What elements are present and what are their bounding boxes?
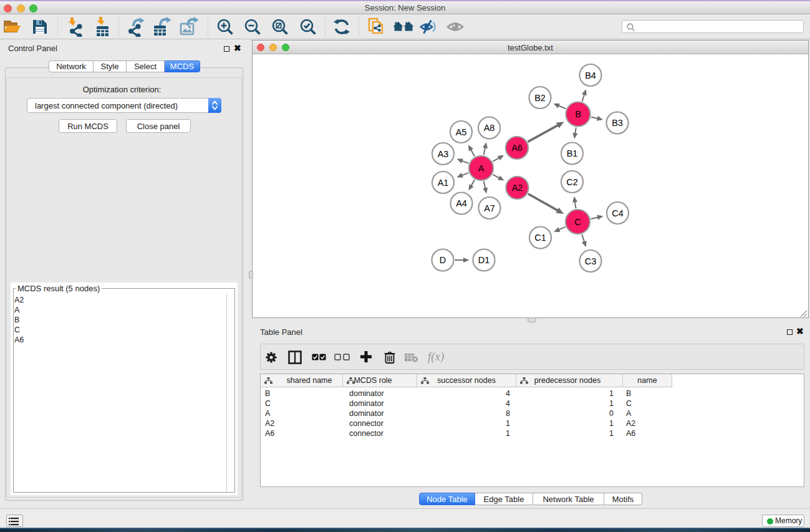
svg-text:A7: A7 (484, 203, 495, 213)
svg-text:D: D (440, 255, 446, 265)
svg-text:A6: A6 (511, 143, 523, 153)
svg-text:A3: A3 (438, 149, 449, 159)
svg-text:D1: D1 (478, 255, 490, 265)
svg-text:A5: A5 (456, 127, 467, 137)
svg-text:C1: C1 (534, 233, 546, 243)
svg-text:C: C (574, 217, 581, 227)
svg-text:B: B (575, 109, 581, 119)
svg-text:B4: B4 (585, 70, 596, 80)
svg-text:C4: C4 (612, 208, 624, 218)
svg-text:A4: A4 (456, 198, 467, 208)
svg-text:C3: C3 (585, 256, 597, 266)
svg-text:A2: A2 (512, 183, 523, 193)
svg-text:A8: A8 (484, 123, 495, 133)
svg-text:B1: B1 (567, 148, 578, 158)
svg-text:C2: C2 (566, 177, 578, 187)
svg-text:B2: B2 (534, 93, 546, 103)
svg-text:B3: B3 (612, 118, 623, 128)
svg-text:A: A (478, 163, 485, 173)
svg-text:A1: A1 (438, 178, 449, 188)
